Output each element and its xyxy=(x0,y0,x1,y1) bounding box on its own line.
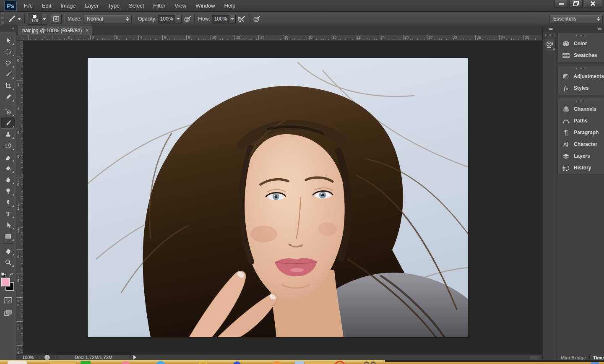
minimize-button[interactable] xyxy=(555,0,568,8)
tool-preset-picker[interactable] xyxy=(7,12,21,26)
airbrush-button[interactable] xyxy=(237,12,246,26)
crop-tool[interactable] xyxy=(1,80,15,91)
pressure-opacity-button[interactable] xyxy=(183,12,192,26)
taskbar-icon-fragment[interactable] xyxy=(8,361,27,364)
taskbar-icon-fragment[interactable] xyxy=(122,361,130,364)
properties-panel-button[interactable] xyxy=(544,39,556,51)
properties-panel-icon xyxy=(546,41,554,49)
lasso-tool[interactable] xyxy=(1,57,15,68)
brush-tool[interactable] xyxy=(1,117,15,128)
move-tool[interactable] xyxy=(1,35,15,46)
screen-mode-button[interactable] xyxy=(1,308,15,318)
paragraph-panel-icon: ¶ xyxy=(561,129,570,137)
pressure-size-button[interactable] xyxy=(253,12,261,26)
taskbar-icon-fragment[interactable] xyxy=(233,361,241,364)
panel-tab-character[interactable]: ACharacter xyxy=(558,138,604,150)
menu-item-type[interactable]: Type xyxy=(103,0,124,12)
hand-tool[interactable] xyxy=(1,245,15,256)
toolbar-collapse-header[interactable] xyxy=(0,26,16,32)
panel-group-gripper[interactable] xyxy=(576,35,586,36)
canvas-photo[interactable] xyxy=(88,58,468,337)
pen-tool[interactable] xyxy=(1,197,15,208)
type-tool[interactable]: T xyxy=(1,208,15,219)
flow-caret[interactable] xyxy=(229,15,236,23)
marquee-tool[interactable] xyxy=(1,46,15,57)
dodge-tool[interactable] xyxy=(1,185,15,196)
adobe-drive-icon[interactable] xyxy=(44,355,50,360)
mode-select[interactable]: Normal xyxy=(83,15,132,23)
eyedropper-tool[interactable] xyxy=(1,91,15,102)
brush-preset-preview[interactable]: 176 xyxy=(28,13,41,25)
path-selection-tool[interactable] xyxy=(1,219,15,230)
canvas-area[interactable] xyxy=(23,41,542,354)
zoom-tool[interactable] xyxy=(1,257,15,268)
zoom-level-field[interactable]: 100% xyxy=(22,355,36,360)
panel-tab-paths[interactable]: Paths xyxy=(558,115,604,127)
menu-item-view[interactable]: View xyxy=(170,0,191,12)
document-size-field[interactable]: Doc: 1,72M/1,72M xyxy=(58,355,129,360)
status-flyout-icon[interactable] xyxy=(133,355,136,359)
dock-gripper[interactable] xyxy=(545,34,555,36)
menu-item-window[interactable]: Window xyxy=(191,0,219,12)
taskbar-icon-fragment[interactable] xyxy=(273,361,281,364)
panel-group-gripper[interactable] xyxy=(576,100,586,102)
taskbar-icon-fragment[interactable] xyxy=(50,361,76,364)
workspace-select[interactable]: Essentials xyxy=(549,15,603,23)
taskbar-icon-fragment[interactable] xyxy=(591,362,599,364)
panel-tab-layers[interactable]: Layers xyxy=(558,150,604,162)
menu-item-edit[interactable]: Edit xyxy=(37,0,56,12)
panel-tab-channels[interactable]: Channels xyxy=(558,103,604,115)
menu-item-file[interactable]: File xyxy=(19,0,37,12)
horizontal-ruler[interactable]: 42024681012141618202224262830323436 xyxy=(23,35,542,41)
taskbar-icon-fragment[interactable] xyxy=(305,361,334,364)
menu-item-layer[interactable]: Layer xyxy=(81,0,104,12)
tab-close-icon[interactable] xyxy=(86,28,89,33)
red-eye-tool[interactable] xyxy=(1,106,15,117)
ruler-origin-corner[interactable] xyxy=(16,35,23,41)
taskbar-icon-fragment[interactable] xyxy=(81,361,91,364)
menu-item-image[interactable]: Image xyxy=(56,0,80,12)
collapse-panels-icon[interactable] xyxy=(549,26,552,31)
taskbar-icon-fragment[interactable] xyxy=(364,361,369,364)
clone-stamp-tool[interactable] xyxy=(1,129,15,140)
panel-tab-swatches[interactable]: Swatches xyxy=(558,49,604,61)
paint-bucket-tool[interactable] xyxy=(1,163,15,174)
rectangle-tool[interactable] xyxy=(1,231,15,242)
taskbar-icon-fragment[interactable] xyxy=(198,361,208,364)
menu-item-help[interactable]: Help xyxy=(219,0,240,12)
quick-mask-button[interactable] xyxy=(1,295,15,305)
h-ruler-label: 2 xyxy=(116,35,118,39)
vertical-ruler[interactable]: 024681012141618202224 xyxy=(16,41,23,354)
blur-tool[interactable] xyxy=(1,174,15,185)
opacity-caret[interactable] xyxy=(175,15,182,23)
opacity-input[interactable]: 100% xyxy=(158,15,175,23)
toggle-brush-panel-button[interactable] xyxy=(51,14,62,24)
magic-wand-tool[interactable] xyxy=(1,69,15,80)
foreground-color-swatch[interactable] xyxy=(1,278,10,286)
flow-input[interactable]: 100% xyxy=(212,15,229,23)
panel-tab-styles[interactable]: fxStyles xyxy=(558,82,604,94)
panel-tab-adjustments[interactable]: Adjustments xyxy=(558,70,604,82)
panel-tab-paragraph[interactable]: ¶Paragraph xyxy=(558,127,604,138)
taskbar-icon-fragment[interactable] xyxy=(371,361,376,364)
h-ruler-label: 4 xyxy=(140,35,142,39)
h-ruler-label: 24 xyxy=(380,35,385,39)
brush-preset-caret[interactable] xyxy=(41,13,47,25)
eraser-tool[interactable] xyxy=(1,151,15,162)
windows-taskbar[interactable] xyxy=(0,360,604,364)
options-bar-gripper[interactable] xyxy=(1,13,4,24)
taskbar-icon-fragment[interactable] xyxy=(295,361,304,364)
panel-group-gripper[interactable] xyxy=(576,68,586,69)
document-tab[interactable]: hair.jpg @ 100% (RGB/8#) xyxy=(18,26,92,35)
collapse-panels-icon[interactable] xyxy=(597,26,601,31)
h-ruler-label: 20 xyxy=(332,35,336,39)
menu-item-select[interactable]: Select xyxy=(124,0,148,12)
menu-item-filter[interactable]: Filter xyxy=(148,0,170,12)
close-button[interactable] xyxy=(584,0,602,8)
panel-tab-history[interactable]: History xyxy=(558,162,604,174)
history-brush-tool[interactable] xyxy=(1,140,15,151)
taskbar-icon-fragment[interactable] xyxy=(156,361,165,364)
taskbar-icon-fragment[interactable] xyxy=(335,361,345,364)
panel-tab-color[interactable]: Color xyxy=(558,38,604,49)
restore-button[interactable] xyxy=(569,0,583,8)
